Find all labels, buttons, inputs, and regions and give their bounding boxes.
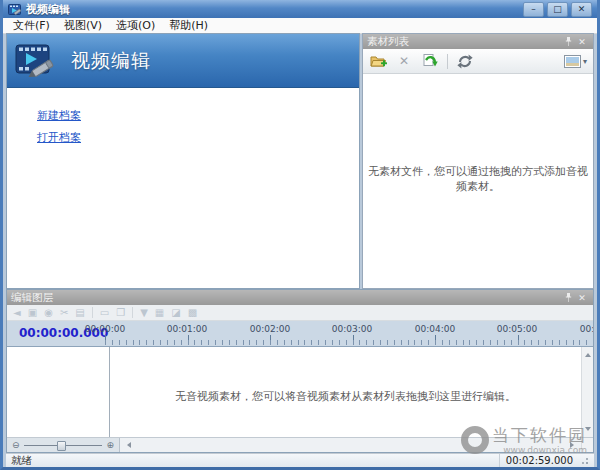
zoom-slider-handle[interactable] [57, 441, 66, 451]
minimize-button[interactable]: – [523, 2, 544, 17]
menu-bar: 文件(F) 视图(V) 选项(O) 帮助(H) [3, 18, 597, 34]
ruler-label: 00:06:00 [580, 324, 593, 334]
tool-icon-11[interactable]: ▩ [188, 308, 197, 318]
tool-icon-7[interactable]: ❐ [116, 308, 125, 318]
tool-icon-10[interactable]: ◪ [171, 308, 180, 318]
menu-help[interactable]: 帮助(H) [162, 18, 215, 33]
layers-toolbar: ◄ ▣ ◉ ✂ ▤ ▭ ❐ ▼ ▦ ◪ ▩ [7, 305, 593, 321]
edit-layers-panel: 编辑图层 ✕ ◄ ▣ ◉ ✂ ▤ ▭ ❐ ▼ ▦ ◪ ▩ 00:00:00.00… [6, 289, 594, 453]
menu-view[interactable]: 视图(V) [57, 18, 109, 33]
timeline-dropzone[interactable]: 无音视频素材，您可以将音视频素材从素材列表拖拽到这里进行编辑。 [110, 347, 581, 437]
menu-options[interactable]: 选项(O) [109, 18, 162, 33]
thumbnail-view-icon [564, 55, 581, 68]
tool-icon-4[interactable]: ✂ [60, 308, 68, 318]
add-folder-button[interactable] [369, 52, 387, 70]
timeline-ruler[interactable]: 00:00:00.000 00:00:00 00:01:00 00:02:00 … [7, 321, 593, 347]
delete-icon[interactable]: ✕ [395, 52, 413, 70]
zoom-slider[interactable] [24, 445, 103, 446]
window-title: 视频编辑 [26, 2, 70, 17]
track-header-column [7, 347, 110, 437]
tool-icon-9[interactable]: ▦ [155, 308, 164, 318]
status-bar: 就绪 00:02:59.000 [6, 453, 594, 467]
timeline-zoom-control: ⊖ ⊕ [7, 438, 120, 452]
view-mode-button[interactable]: ▾ [564, 52, 587, 70]
material-panel-title: 素材列表 [367, 35, 561, 49]
app-window: 视频编辑 – □ ✕ 文件(F) 视图(V) 选项(O) 帮助(H) [0, 0, 600, 470]
zoom-in-icon[interactable]: ⊕ [106, 441, 114, 450]
material-panel-header: 素材列表 ✕ [363, 34, 593, 49]
close-button[interactable]: ✕ [571, 2, 592, 17]
ruler-label: 00:02:00 [250, 324, 290, 334]
scroll-up-icon[interactable] [585, 350, 591, 357]
pin-icon[interactable] [561, 36, 575, 48]
new-file-link[interactable]: 新建档案 [37, 108, 81, 123]
ruler-label: 00:05:00 [497, 324, 537, 334]
ruler-label: 00:00:00 [85, 324, 125, 334]
start-links: 新建档案 打开档案 [37, 108, 359, 145]
tool-icon-3[interactable]: ◉ [44, 308, 53, 318]
timeline-empty-text: 无音视频素材，您可以将音视频素材从素材列表拖拽到这里进行编辑。 [110, 389, 581, 404]
material-toolbar: ✕ [363, 49, 593, 74]
scroll-down-icon[interactable] [585, 427, 591, 434]
chevron-down-icon: ▾ [583, 57, 587, 66]
tool-icon-5[interactable]: ▤ [75, 308, 84, 318]
close-icon[interactable]: ✕ [575, 36, 589, 48]
green-arrow-icon[interactable] [421, 52, 439, 70]
material-empty-text: 无素材文件，您可以通过拖拽的方式添加音视频素材。 [363, 164, 593, 194]
start-panel-header: 视频编辑 [7, 34, 359, 88]
ruler-minor-ticks [105, 340, 593, 345]
maximize-button[interactable]: □ [547, 2, 568, 17]
main-area: 视频编辑 新建档案 打开档案 素材列表 ✕ [6, 33, 594, 289]
total-duration-display: 00:02:59.000 [499, 454, 579, 467]
ruler-label: 00:03:00 [332, 324, 372, 334]
scroll-right-icon[interactable] [570, 442, 577, 448]
close-icon[interactable]: ✕ [575, 292, 589, 304]
app-icon [8, 3, 21, 16]
timeline-bottom-row: ⊖ ⊕ [7, 437, 593, 452]
material-list-panel: 素材列表 ✕ ✕ [362, 33, 594, 289]
toolbar-separator [132, 307, 133, 318]
scroll-left-icon[interactable] [124, 442, 131, 448]
toolbar-separator [92, 307, 93, 318]
start-panel: 视频编辑 新建档案 打开档案 [6, 33, 360, 289]
start-panel-title: 视频编辑 [71, 48, 151, 74]
ruler-label: 00:01:00 [167, 324, 207, 334]
open-file-link[interactable]: 打开档案 [37, 130, 81, 145]
vertical-scrollbar[interactable] [581, 347, 593, 437]
title-bar: 视频编辑 – □ ✕ [3, 0, 597, 18]
tool-icon-6[interactable]: ▭ [100, 308, 109, 318]
track-area: 无音视频素材，您可以将音视频素材从素材列表拖拽到这里进行编辑。 [7, 347, 593, 437]
toolbar-separator [447, 54, 448, 69]
pin-icon[interactable] [561, 292, 575, 304]
resize-grip[interactable] [579, 456, 589, 466]
ruler-label: 00:04:00 [415, 324, 455, 334]
menu-file[interactable]: 文件(F) [6, 18, 57, 33]
zoom-out-icon[interactable]: ⊖ [12, 441, 20, 450]
video-edit-icon [15, 42, 59, 80]
status-text: 就绪 [11, 454, 499, 468]
scrollbar-corner [581, 438, 593, 452]
tool-icon-8[interactable]: ▼ [140, 308, 148, 318]
refresh-icon[interactable] [456, 52, 474, 70]
tool-icon-1[interactable]: ◄ [13, 308, 21, 318]
horizontal-scrollbar[interactable] [120, 438, 581, 452]
material-list-dropzone[interactable]: 无素材文件，您可以通过拖拽的方式添加音视频素材。 [363, 74, 593, 288]
layers-panel-title: 编辑图层 [11, 291, 561, 305]
window-controls: – □ ✕ [523, 2, 592, 17]
tool-icon-2[interactable]: ▣ [28, 308, 37, 318]
layers-panel-header: 编辑图层 ✕ [7, 290, 593, 305]
